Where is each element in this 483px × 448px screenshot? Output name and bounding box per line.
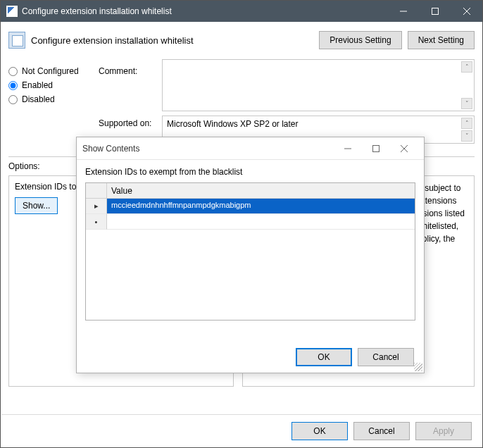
footer: OK Cancel Apply — [1, 414, 482, 447]
grid-row[interactable]: • — [86, 214, 415, 230]
scroll-up-icon[interactable]: ˄ — [461, 118, 472, 129]
cancel-button[interactable]: Cancel — [353, 422, 410, 440]
svg-rect-0 — [432, 8, 438, 15]
row-marker-icon: • — [86, 214, 107, 230]
grid-column-value[interactable]: Value — [107, 186, 132, 196]
resize-grip-icon[interactable] — [414, 363, 422, 371]
ok-button[interactable]: OK — [291, 422, 348, 440]
app-icon — [6, 6, 18, 17]
dialog-minimize-button[interactable] — [334, 139, 362, 158]
grid-cell-value[interactable] — [107, 214, 415, 230]
previous-setting-button[interactable]: Previous Setting — [319, 31, 401, 49]
window-title: Configure extension installation whiteli… — [22, 6, 172, 16]
radio-not-configured-input[interactable] — [8, 67, 18, 76]
dialog-close-button[interactable] — [390, 139, 418, 158]
radio-disabled-label: Disabled — [22, 94, 55, 104]
minimize-button[interactable] — [387, 1, 419, 22]
dialog-title: Show Contents — [82, 144, 139, 154]
maximize-button[interactable] — [419, 1, 451, 22]
svg-rect-1 — [373, 145, 380, 151]
supported-on-value: Microsoft Windows XP SP2 or later — [167, 119, 299, 129]
next-setting-button[interactable]: Next Setting — [408, 31, 475, 49]
radio-disabled[interactable]: Disabled — [8, 94, 99, 104]
dialog-titlebar[interactable]: Show Contents — [77, 137, 424, 160]
grid-corner — [86, 183, 107, 198]
dialog-cancel-button[interactable]: Cancel — [358, 348, 414, 366]
comment-textarea[interactable]: ˄ ˅ — [162, 59, 475, 111]
grid-header: Value — [86, 183, 415, 199]
values-grid[interactable]: Value ▸mccieedmdnhnhffmnpanmpdgkmabigpm• — [85, 182, 415, 321]
radio-not-configured[interactable]: Not Configured — [8, 66, 99, 76]
page-title: Configure extension installation whiteli… — [31, 35, 194, 46]
label-column: Comment: Supported on: — [99, 56, 162, 144]
show-contents-dialog: Show Contents Extension IDs to exempt fr… — [76, 137, 425, 373]
radio-not-configured-label: Not Configured — [22, 66, 79, 76]
row-marker-icon: ▸ — [86, 199, 107, 214]
apply-button[interactable]: Apply — [415, 422, 472, 440]
supported-on-label: Supported on: — [99, 118, 162, 128]
comment-label: Comment: — [99, 66, 162, 76]
grid-cell-value[interactable]: mccieedmdnhnhffmnpanmpdgkmabigpm — [107, 199, 415, 214]
header-row: Configure extension installation whiteli… — [1, 23, 482, 54]
dialog-ok-button[interactable]: OK — [296, 348, 352, 366]
radio-enabled[interactable]: Enabled — [8, 80, 99, 90]
scroll-down-icon[interactable]: ˅ — [461, 98, 472, 109]
dialog-caption: Extension IDs to exempt from the blackli… — [85, 167, 415, 177]
radio-enabled-input[interactable] — [8, 81, 18, 90]
scroll-up-icon[interactable]: ˄ — [461, 61, 472, 73]
dialog-maximize-button[interactable] — [362, 139, 390, 158]
radio-disabled-input[interactable] — [8, 95, 18, 104]
radio-enabled-label: Enabled — [22, 80, 53, 90]
field-column: ˄ ˅ Microsoft Windows XP SP2 or later ˄ … — [162, 56, 475, 144]
policy-icon — [8, 32, 25, 49]
show-button[interactable]: Show... — [15, 197, 58, 214]
titlebar[interactable]: Configure extension installation whiteli… — [1, 1, 482, 22]
grid-row[interactable]: ▸mccieedmdnhnhffmnpanmpdgkmabigpm — [86, 199, 415, 214]
scroll-down-icon[interactable]: ˅ — [461, 130, 472, 142]
dialog-footer: OK Cancel — [77, 342, 424, 373]
close-button[interactable] — [451, 1, 482, 22]
state-radios: Not Configured Enabled Disabled — [8, 56, 99, 144]
